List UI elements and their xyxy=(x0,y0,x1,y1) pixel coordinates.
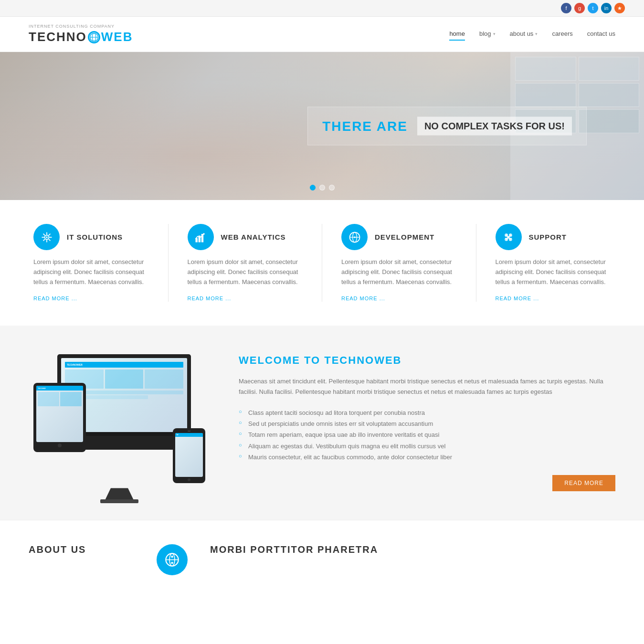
about-chevron-icon: ▾ xyxy=(535,32,538,36)
google-plus-icon[interactable]: g xyxy=(574,3,585,13)
hero-text-secondary: NO COMPLEX TASKS FOR US! xyxy=(417,117,572,136)
welcome-list: Class aptent taciti sociosqu ad litora t… xyxy=(239,407,615,463)
development-icon xyxy=(341,224,368,250)
tablet-screen: TECHNO xyxy=(36,386,83,442)
svg-line-9 xyxy=(43,233,45,235)
logo-text: TECHNO WEB xyxy=(29,30,133,44)
svg-point-16 xyxy=(203,233,205,235)
top-bar: f g t in ★ xyxy=(0,0,644,17)
features-section: IT SOLUTIONS Lorem ipsum dolor sit amet,… xyxy=(0,200,644,326)
list-item: Totam rem aperiam, eaque ipsa uae ab ill… xyxy=(239,429,615,440)
logo-subtitle: INTERNET CONSULTING COMPANY xyxy=(29,24,133,29)
phone-mockup: TW xyxy=(173,428,205,483)
welcome-title: WELCOME TO TECHNOWEB xyxy=(239,354,615,367)
svg-point-30 xyxy=(171,561,173,563)
monitor-base xyxy=(100,499,138,503)
welcome-text: Maecenas sit amet tincidunt elit. Pellen… xyxy=(239,376,615,397)
nav-home[interactable]: home xyxy=(449,28,465,41)
feature-header-support: SUPPORT xyxy=(496,224,611,250)
about-us-title: ABOUT US xyxy=(29,544,134,555)
web-analytics-read-more[interactable]: READ MORE ... xyxy=(188,296,232,301)
about-right: MORBI PORTTITOR PHARETRA xyxy=(210,544,615,555)
twitter-icon[interactable]: t xyxy=(588,3,598,13)
divider-2 xyxy=(322,224,322,302)
svg-point-20 xyxy=(354,236,356,238)
welcome-read-more-button[interactable]: READ MORE xyxy=(552,475,615,491)
development-text: Lorem ipsum dolor sit amet, consectetur … xyxy=(341,257,457,287)
welcome-section: TECHNOWEB xyxy=(0,326,644,519)
it-solutions-read-more[interactable]: READ MORE ... xyxy=(33,296,77,301)
main-nav: home blog ▾ about us ▾ careers contact u… xyxy=(449,28,615,41)
feature-header-analytics: WEB ANALYTICS xyxy=(188,224,303,250)
hero-banner: THERE ARE NO COMPLEX TASKS FOR US! xyxy=(307,107,587,146)
svg-point-4 xyxy=(46,236,48,238)
nav-blog[interactable]: blog ▾ xyxy=(479,28,496,41)
device-mockup: TECHNOWEB xyxy=(29,354,210,488)
web-analytics-text: Lorem ipsum dolor sit amet, consectetur … xyxy=(188,257,303,287)
svg-rect-21 xyxy=(507,236,509,238)
read-more-container: READ MORE xyxy=(239,475,615,491)
list-item: Class aptent taciti sociosqu ad litora t… xyxy=(239,407,615,418)
about-section: ABOUT US MORBI PORTTITOR PHARETRA xyxy=(0,520,644,599)
development-title: DEVELOPMENT xyxy=(375,233,434,241)
list-item: Sed ut perspiciatis unde omnis istes err… xyxy=(239,418,615,429)
site-header: INTERNET CONSULTING COMPANY TECHNO WEB h… xyxy=(0,17,644,52)
about-left: ABOUT US xyxy=(29,544,134,555)
logo-prefix: TECHNO xyxy=(29,30,87,44)
monitor-stand xyxy=(105,488,134,500)
hero-dots xyxy=(310,185,335,190)
nav-about[interactable]: about us ▾ xyxy=(510,28,538,41)
it-solutions-title: IT SOLUTIONS xyxy=(67,233,123,241)
it-solutions-text: Lorem ipsum dolor sit amet, consectetur … xyxy=(33,257,149,287)
facebook-icon[interactable]: f xyxy=(561,3,571,13)
feature-web-analytics: WEB ANALYTICS Lorem ipsum dolor sit amet… xyxy=(183,224,308,302)
hero-dot-3[interactable] xyxy=(329,185,335,190)
hero-dot-2[interactable] xyxy=(319,185,325,190)
feature-support: SUPPORT Lorem ipsum dolor sit amet, cons… xyxy=(491,224,616,302)
support-read-more[interactable]: READ MORE ... xyxy=(496,296,539,301)
support-icon xyxy=(496,224,522,250)
web-analytics-title: WEB ANALYTICS xyxy=(221,233,286,241)
about-right-title: MORBI PORTTITOR PHARETRA xyxy=(210,544,615,555)
welcome-device-mockup: TECHNOWEB xyxy=(29,354,210,488)
hero-text-primary: THERE ARE xyxy=(322,118,417,134)
svg-line-10 xyxy=(48,239,50,241)
nav-careers[interactable]: careers xyxy=(552,28,572,41)
list-item: Mauris consectetur, elit ac faucibus com… xyxy=(239,452,615,463)
phone-screen: TW xyxy=(175,433,203,477)
logo[interactable]: INTERNET CONSULTING COMPANY TECHNO WEB xyxy=(29,24,133,44)
nav-contact[interactable]: contact us xyxy=(587,28,615,41)
development-read-more[interactable]: READ MORE ... xyxy=(341,296,385,301)
divider-3 xyxy=(476,224,476,302)
feature-development: DEVELOPMENT Lorem ipsum dolor sit amet, … xyxy=(337,224,462,302)
globe-logo-icon xyxy=(88,31,100,43)
tablet-mockup: TECHNO xyxy=(33,383,86,452)
svg-line-11 xyxy=(48,233,50,235)
feature-it-solutions: IT SOLUTIONS Lorem ipsum dolor sit amet,… xyxy=(29,224,154,302)
svg-point-29 xyxy=(171,555,173,557)
about-big-icon xyxy=(157,544,188,575)
svg-line-12 xyxy=(43,239,45,241)
linkedin-icon[interactable]: in xyxy=(601,3,612,13)
about-icon-center xyxy=(153,544,191,575)
it-solutions-icon xyxy=(33,224,60,250)
blog-chevron-icon: ▾ xyxy=(493,32,496,36)
list-item: Aliquam ac egestas dui. Vestibulum quis … xyxy=(239,441,615,452)
support-title: SUPPORT xyxy=(529,233,567,241)
feature-header-dev: DEVELOPMENT xyxy=(341,224,457,250)
logo-suffix: WEB xyxy=(101,30,133,44)
support-text: Lorem ipsum dolor sit amet, consectetur … xyxy=(496,257,611,287)
welcome-content: WELCOME TO TECHNOWEB Maecenas sit amet t… xyxy=(239,354,615,491)
divider-1 xyxy=(168,224,169,302)
rss-icon[interactable]: ★ xyxy=(614,3,625,13)
web-analytics-icon xyxy=(188,224,214,250)
hero-dot-1[interactable] xyxy=(310,185,316,190)
hero-section: THERE ARE NO COMPLEX TASKS FOR US! xyxy=(0,52,644,200)
feature-header-it: IT SOLUTIONS xyxy=(33,224,149,250)
